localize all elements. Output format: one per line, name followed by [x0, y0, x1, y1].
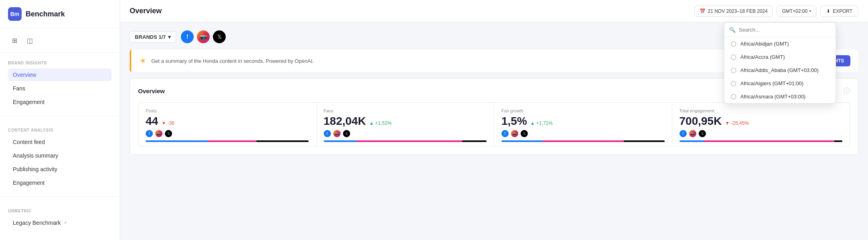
sidebar-icon-row: ⊞ ◫ [0, 28, 120, 53]
date-range-button[interactable]: 📅 21 NOV 2023–18 FEB 2024 [694, 6, 773, 17]
sidebar-item-engagement[interactable]: Engagement [8, 96, 112, 108]
fans-value: 182,04K [324, 115, 366, 128]
timezone-item-abidjan[interactable]: Africa/Abidjan (GMT) [724, 37, 836, 50]
grid-icon-button[interactable]: ⊞ [8, 34, 21, 47]
total-eng-x-icon: 𝕏 [699, 130, 706, 137]
metrics-grid: Posts 44 ▼ -36 f 📷 𝕏 [138, 102, 850, 146]
sidebar: Bm Benchmark ⊞ ◫ BRAND INSIGHTS Overview… [0, 0, 120, 240]
fans-delta: ▲ +1,52% [369, 120, 391, 126]
tz-radio-abidjan [731, 41, 736, 47]
unmetric-section: UNMETRIC Legacy Benchmark ↗ [0, 201, 120, 232]
brand-insights-label: BRAND INSIGHTS [8, 61, 112, 65]
social-icon-group: f 📷 𝕏 [181, 30, 226, 43]
metric-posts: Posts 44 ▼ -36 f 📷 𝕏 [138, 103, 316, 146]
fan-growth-ig-icon: 📷 [511, 130, 518, 137]
topbar: Overview 📅 21 NOV 2023–18 FEB 2024 GMT+0… [120, 0, 868, 22]
posts-bar-ig [208, 140, 257, 142]
tz-label-algiers: Africa/Algiers (GMT+01:00) [740, 80, 804, 86]
facebook-icon: f [186, 34, 188, 40]
twitter-icon-button[interactable]: 𝕏 [213, 30, 226, 43]
page-title: Overview [130, 7, 162, 15]
total-eng-bar-fb [680, 140, 704, 142]
posts-bar [146, 140, 309, 142]
info-icon[interactable]: ⓘ [844, 87, 850, 95]
timezone-label: GMT+02:00 [782, 8, 808, 14]
posts-value-row: 44 ▼ -36 [146, 115, 309, 128]
logo-icon: Bm [8, 7, 22, 21]
unmetric-label: UNMETRIC [8, 209, 112, 213]
instagram-icon-button[interactable]: 📷 [197, 30, 210, 43]
sidebar-item-publishing-activity[interactable]: Publishing activity [8, 163, 112, 176]
timezone-list: Africa/Abidjan (GMT) Africa/Accra (GMT) … [724, 37, 836, 103]
facebook-icon-button[interactable]: f [181, 30, 194, 43]
total-eng-fb-icon: f [680, 130, 687, 137]
search-icon: 🔍 [729, 27, 736, 33]
chevron-down-icon: ▾ [809, 9, 811, 13]
calendar-icon: 📅 [700, 8, 706, 14]
metric-total-engagement: Total engagement 700,95K ▼ -25,45% f 📷 𝕏 [672, 103, 850, 146]
total-engagement-social-icons: f 📷 𝕏 [680, 130, 843, 137]
metric-fan-growth: Fan growth 1,5% ▲ +1,71% f 📷 𝕏 [494, 103, 672, 146]
topbar-right: 📅 21 NOV 2023–18 FEB 2024 GMT+02:00 ▾ ⬇ … [694, 6, 858, 17]
timezone-dropdown: 🔍 Africa/Abidjan (GMT) Africa/Accra (GMT… [724, 22, 836, 104]
total-eng-bar-x [834, 140, 842, 142]
fan-growth-bar-fb [501, 140, 542, 142]
export-label: EXPORT [833, 8, 852, 14]
instagram-icon: 📷 [200, 34, 207, 40]
timezone-item-asmara[interactable]: Africa/Asmara (GMT+03:00) [724, 90, 836, 103]
posts-ig-icon: 📷 [155, 130, 162, 137]
overview-card-title: Overview [138, 88, 165, 94]
fans-ig-icon: 📷 [333, 130, 341, 137]
fans-bar-x [462, 140, 487, 142]
tz-radio-asmara [731, 94, 736, 100]
ai-sun-icon: ☀ [139, 56, 146, 66]
content-analysis-section: CONTENT ANALYSIS Content feed Analysis s… [0, 120, 120, 192]
total-engagement-value-row: 700,95K ▼ -25,45% [680, 115, 843, 128]
tz-radio-addis-ababa [731, 68, 736, 73]
tz-label-accra: Africa/Accra (GMT) [740, 54, 785, 60]
total-engagement-value: 700,95K [680, 115, 722, 128]
fans-bar-ig [356, 140, 462, 142]
fans-value-row: 182,04K ▲ +1,52% [324, 115, 487, 128]
main-content: Overview 📅 21 NOV 2023–18 FEB 2024 GMT+0… [120, 0, 868, 240]
fan-growth-social-icons: f 📷 𝕏 [501, 130, 665, 137]
total-eng-bar-ig [704, 140, 834, 142]
brands-label: BRANDS 1/7 [135, 34, 166, 40]
timezone-button[interactable]: GMT+02:00 ▾ [777, 6, 816, 17]
sidebar-item-overview[interactable]: Overview [8, 68, 112, 81]
fans-bar-fb [324, 140, 357, 142]
timezone-item-accra[interactable]: Africa/Accra (GMT) [724, 50, 836, 64]
download-icon: ⬇ [826, 8, 830, 14]
tz-label-asmara: Africa/Asmara (GMT+03:00) [740, 94, 806, 100]
posts-fb-icon: f [146, 130, 153, 137]
tz-label-abidjan: Africa/Abidjan (GMT) [740, 41, 789, 47]
timezone-search-bar: 🔍 [724, 23, 836, 37]
fans-label: Fans [324, 108, 487, 113]
sidebar-item-legacy-benchmark[interactable]: Legacy Benchmark ↗ [8, 216, 112, 229]
sidebar-logo-area: Bm Benchmark [0, 0, 120, 28]
fan-growth-bar-ig [542, 140, 624, 142]
fans-social-icons: f 📷 𝕏 [324, 130, 487, 137]
posts-bar-fb [146, 140, 208, 142]
tz-radio-algiers [731, 81, 736, 86]
panel-icon-button[interactable]: ◫ [23, 34, 36, 47]
brands-chevron-icon: ▾ [168, 34, 171, 40]
total-engagement-label: Total engagement [680, 108, 843, 113]
sidebar-item-engagement-ca[interactable]: Engagement [8, 176, 112, 189]
posts-x-icon: 𝕏 [165, 130, 172, 137]
posts-bar-x [257, 140, 309, 142]
content-analysis-label: CONTENT ANALYSIS [8, 128, 112, 132]
date-range-label: 21 NOV 2023–18 FEB 2024 [708, 8, 768, 14]
export-button[interactable]: ⬇ EXPORT [820, 6, 858, 17]
timezone-item-addis-ababa[interactable]: Africa/Addis_Ababa (GMT+03:00) [724, 64, 836, 77]
tz-radio-accra [731, 54, 736, 60]
brands-button[interactable]: BRANDS 1/7 ▾ [130, 31, 176, 43]
tz-label-addis-ababa: Africa/Addis_Ababa (GMT+03:00) [740, 67, 818, 73]
sidebar-item-analysis-summary[interactable]: Analysis summary [8, 149, 112, 162]
timezone-search-input[interactable] [739, 27, 831, 33]
timezone-item-algiers[interactable]: Africa/Algiers (GMT+01:00) [724, 77, 836, 90]
fans-x-icon: 𝕏 [343, 130, 350, 137]
sidebar-item-content-feed[interactable]: Content feed [8, 136, 112, 148]
sidebar-item-fans[interactable]: Fans [8, 82, 112, 95]
fan-growth-bar-x [624, 140, 665, 142]
